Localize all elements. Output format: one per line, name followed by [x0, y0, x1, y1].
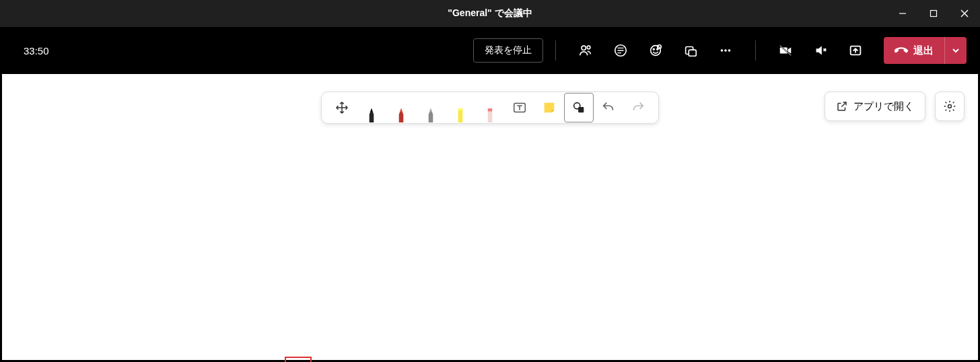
meeting-toolbar: 33:50 発表を停止 退出: [0, 27, 980, 74]
svg-point-28: [948, 105, 952, 108]
svg-point-8: [653, 48, 654, 50]
minimize-button[interactable]: [887, 0, 918, 27]
stop-presenting-button[interactable]: 発表を停止: [473, 38, 543, 63]
camera-off-icon[interactable]: [773, 38, 798, 63]
shapes-tool[interactable]: [564, 93, 594, 122]
svg-rect-23: [488, 110, 493, 122]
svg-rect-22: [458, 108, 463, 110]
svg-point-13: [721, 49, 724, 52]
leave-button[interactable]: 退出: [884, 37, 944, 64]
svg-rect-12: [689, 50, 696, 56]
undo-button[interactable]: [594, 93, 623, 122]
more-icon[interactable]: [713, 38, 738, 63]
window-title: "General" で会議中: [448, 7, 532, 20]
titlebar: "General" で会議中: [0, 0, 980, 27]
text-tool[interactable]: [505, 93, 534, 122]
cursor-highlight: [285, 357, 312, 362]
whiteboard-canvas[interactable]: アプリで開く: [0, 74, 980, 362]
window-controls: [887, 0, 980, 27]
svg-point-14: [724, 49, 727, 52]
mic-off-icon[interactable]: [808, 38, 833, 63]
svg-rect-21: [458, 110, 463, 122]
share-icon[interactable]: [843, 38, 868, 63]
settings-button[interactable]: [935, 92, 965, 121]
svg-point-7: [651, 46, 661, 56]
pen-black-tool[interactable]: [357, 93, 386, 122]
svg-point-5: [587, 46, 590, 49]
whiteboard-toolbar: [321, 92, 659, 124]
redo-button[interactable]: [623, 93, 653, 122]
chat-icon[interactable]: [608, 38, 633, 63]
svg-rect-1: [931, 11, 937, 17]
note-tool[interactable]: [534, 93, 564, 122]
maximize-button[interactable]: [918, 0, 949, 27]
svg-point-15: [728, 49, 731, 52]
svg-rect-27: [578, 107, 584, 112]
highlighter-yellow-tool[interactable]: [446, 93, 475, 122]
svg-point-4: [582, 46, 586, 50]
divider: [555, 40, 556, 61]
pen-gray-tool[interactable]: [416, 93, 446, 122]
close-button[interactable]: [949, 0, 980, 27]
divider: [755, 40, 756, 61]
people-icon[interactable]: [573, 38, 598, 63]
reactions-icon[interactable]: [643, 38, 668, 63]
move-tool[interactable]: [327, 93, 357, 122]
open-in-app-button[interactable]: アプリで開く: [825, 92, 925, 121]
leave-label: 退出: [913, 44, 934, 57]
leave-group: 退出: [884, 37, 967, 64]
leave-dropdown-button[interactable]: [944, 37, 967, 64]
svg-point-9: [657, 48, 658, 50]
meeting-timer: 33:50: [24, 45, 49, 57]
open-in-app-label: アプリで開く: [853, 100, 914, 113]
rooms-icon[interactable]: [678, 38, 703, 63]
pen-red-tool[interactable]: [386, 93, 416, 122]
svg-rect-24: [488, 108, 493, 111]
highlighter-pink-tool[interactable]: [475, 93, 505, 122]
